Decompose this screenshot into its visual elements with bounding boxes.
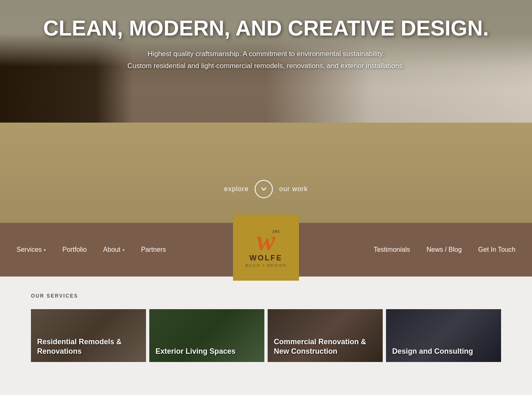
services-section-label: OUR SERVICES (31, 293, 501, 299)
navbar: Services ▾ Portfolio About ▾ Partners w … (0, 223, 532, 277)
logo-letter: w INC (257, 228, 275, 253)
services-grid: Residential Remodels & Renovations Exter… (31, 309, 501, 362)
service-card-title-commercial: Commercial Renovation & New Construction (274, 337, 377, 356)
explore-button[interactable] (255, 180, 273, 198)
service-card-commercial[interactable]: Commercial Renovation & New Construction (268, 309, 383, 362)
nav-item-get-in-touch[interactable]: Get In Touch (478, 246, 516, 253)
hero-explore-cta[interactable]: explore our work (224, 180, 308, 198)
services-section: OUR SERVICES Residential Remodels & Reno… (0, 277, 532, 370)
nav-item-about[interactable]: About ▾ (103, 246, 125, 253)
service-card-residential[interactable]: Residential Remodels & Renovations (31, 309, 146, 362)
nav-left-group: Services ▾ Portfolio About ▾ Partners (16, 246, 166, 253)
nav-item-partners[interactable]: Partners (141, 246, 166, 253)
hero-subtitle-line1: Highest quality craftsmanship. A commitm… (8, 48, 524, 60)
service-card-title-exterior: Exterior Living Spaces (155, 347, 258, 356)
hero-section: CLEAN, MODERN, AND CREATIVE DESIGN. High… (0, 0, 532, 223)
explore-left-text: explore (224, 185, 249, 193)
service-card-title-design: Design and Consulting (392, 347, 495, 356)
logo-tagline: BUILD + DESIGN (245, 263, 286, 267)
logo-inc-text: INC (273, 230, 280, 233)
hero-subtitle-line2: Custom residential and light-commercial … (8, 60, 524, 72)
about-arrow-icon: ▾ (122, 248, 125, 252)
hero-title: CLEAN, MODERN, AND CREATIVE DESIGN. (8, 17, 524, 40)
nav-right-group: Testimonials News / Blog Get In Touch (374, 246, 516, 253)
service-card-title-residential: Residential Remodels & Renovations (37, 337, 140, 356)
nav-item-services[interactable]: Services ▾ (16, 246, 46, 253)
nav-item-portfolio[interactable]: Portfolio (62, 246, 87, 253)
nav-item-testimonials[interactable]: Testimonials (374, 246, 410, 253)
nav-item-news-blog[interactable]: News / Blog (426, 246, 461, 253)
service-card-exterior[interactable]: Exterior Living Spaces (149, 309, 264, 362)
explore-right-text: our work (279, 185, 308, 193)
service-card-design[interactable]: Design and Consulting (386, 309, 501, 362)
services-arrow-icon: ▾ (44, 248, 46, 252)
site-logo[interactable]: w INC WOLFE BUILD + DESIGN (233, 215, 299, 281)
hero-text-block: CLEAN, MODERN, AND CREATIVE DESIGN. High… (0, 8, 532, 80)
